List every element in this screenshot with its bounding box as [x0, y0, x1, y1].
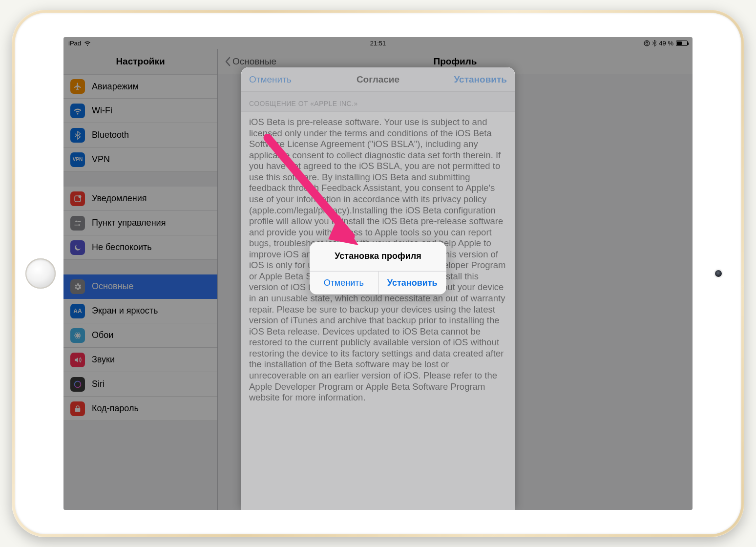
alert-install-button[interactable]: Установить: [378, 272, 447, 295]
home-button[interactable]: [25, 258, 56, 289]
alert-cancel-button[interactable]: Отменить: [310, 272, 378, 295]
alert-title: Установка профиля: [310, 242, 446, 271]
screen: iPad 21:51 49 %: [63, 37, 693, 510]
ipad-frame: iPad 21:51 49 %: [12, 10, 744, 537]
install-profile-alert: Установка профиля Отменить Установить: [310, 242, 446, 295]
front-camera: [715, 270, 722, 277]
